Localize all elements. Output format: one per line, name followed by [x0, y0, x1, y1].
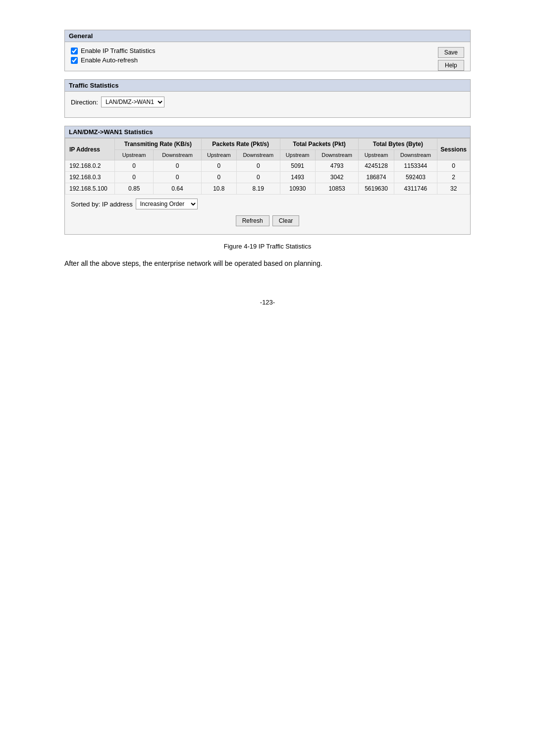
general-section: General Enable IP Traffic Statistics Ena… [64, 30, 471, 71]
traffic-statistics-section: Traffic Statistics Direction: LAN/DMZ->W… [64, 79, 471, 118]
page-content: General Enable IP Traffic Statistics Ena… [64, 30, 471, 306]
enable-ip-traffic-label: Enable IP Traffic Statistics [81, 47, 156, 54]
stats-body: IP Address Transmiting Rate (KB/s) Packe… [65, 138, 470, 234]
pkt-downstream: Downstream [236, 150, 280, 160]
cell-pkt-down: 0 [236, 160, 280, 172]
trans-upstream: Upstream [115, 150, 154, 160]
direction-row: Direction: LAN/DMZ->WAN1 WAN1->LAN/DMZ [71, 97, 464, 107]
cell-trans-up: 0 [115, 160, 154, 172]
enable-ip-traffic-checkbox[interactable] [71, 48, 78, 54]
stats-section: LAN/DMZ->WAN1 Statistics IP Address Tran… [64, 126, 471, 235]
cell-sessions: 2 [437, 172, 470, 183]
cell-pkt-down: 8.19 [236, 183, 280, 195]
cell-trans-down: 0 [154, 160, 201, 172]
side-buttons: Save Help [438, 47, 464, 71]
cell-ip: 192.168.5.100 [65, 183, 115, 195]
table-row: 192.168.0.2 0 0 0 0 5091 4793 4245128 11… [65, 160, 470, 172]
totalbytes-downstream: Downstream [394, 150, 437, 160]
col-header-ip: IP Address [65, 139, 115, 160]
checkbox-row-2: Enable Auto-refresh [71, 56, 464, 64]
traffic-statistics-header: Traffic Statistics [65, 80, 470, 92]
action-buttons: Refresh Clear [65, 213, 470, 229]
table-row: 192.168.5.100 0.85 0.64 10.8 8.19 10930 … [65, 183, 470, 195]
refresh-button[interactable]: Refresh [236, 215, 269, 226]
clear-button[interactable]: Clear [272, 215, 300, 226]
cell-ip: 192.168.0.3 [65, 172, 115, 183]
stats-header: LAN/DMZ->WAN1 Statistics [65, 126, 470, 138]
cell-total-pkt-up: 5091 [280, 160, 315, 172]
col-header-total-bytes: Total Bytes (Byte) [359, 139, 437, 150]
direction-label: Direction: [71, 99, 98, 106]
cell-total-bytes-up: 5619630 [359, 183, 394, 195]
general-body: Enable IP Traffic Statistics Enable Auto… [65, 42, 470, 71]
cell-total-bytes-down: 592403 [394, 172, 437, 183]
help-button[interactable]: Help [438, 60, 464, 71]
cell-total-bytes-up: 186874 [359, 172, 394, 183]
table-row: 192.168.0.3 0 0 0 0 1493 3042 186874 592… [65, 172, 470, 183]
direction-select[interactable]: LAN/DMZ->WAN1 WAN1->LAN/DMZ [101, 97, 164, 107]
totalpkt-downstream: Downstream [315, 150, 359, 160]
save-button[interactable]: Save [438, 47, 464, 58]
cell-pkt-up: 10.8 [201, 183, 236, 195]
cell-trans-up: 0 [115, 172, 154, 183]
col-header-trans-rate: Transmiting Rate (KB/s) [115, 139, 202, 150]
cell-trans-down: 0 [154, 172, 201, 183]
cell-total-bytes-down: 1153344 [394, 160, 437, 172]
enable-auto-refresh-label: Enable Auto-refresh [81, 56, 138, 64]
totalpkt-upstream: Upstream [280, 150, 315, 160]
traffic-statistics-body: Direction: LAN/DMZ->WAN1 WAN1->LAN/DMZ [65, 92, 470, 117]
cell-trans-up: 0.85 [115, 183, 154, 195]
cell-total-pkt-up: 1493 [280, 172, 315, 183]
totalbytes-upstream: Upstream [359, 150, 394, 160]
cell-total-pkt-down: 4793 [315, 160, 359, 172]
col-header-total-pkt: Total Packets (Pkt) [280, 139, 359, 150]
cell-total-pkt-up: 10930 [280, 183, 315, 195]
body-text: After all the above steps, the enterpris… [64, 258, 471, 269]
general-header: General [65, 30, 470, 42]
cell-trans-down: 0.64 [154, 183, 201, 195]
cell-pkt-down: 0 [236, 172, 280, 183]
figure-caption: Figure 4-19 IP Traffic Statistics [64, 243, 471, 250]
cell-total-bytes-up: 4245128 [359, 160, 394, 172]
cell-total-bytes-down: 4311746 [394, 183, 437, 195]
stats-table: IP Address Transmiting Rate (KB/s) Packe… [65, 138, 470, 195]
checkbox-row-1: Enable IP Traffic Statistics [71, 47, 464, 54]
sort-order-select[interactable]: Increasing Order Decreasing Order [136, 199, 198, 209]
cell-total-pkt-down: 10853 [315, 183, 359, 195]
cell-total-pkt-down: 3042 [315, 172, 359, 183]
cell-sessions: 32 [437, 183, 470, 195]
col-header-pkt-rate: Packets Rate (Pkt/s) [201, 139, 280, 150]
page-number: -123- [64, 279, 471, 306]
cell-pkt-up: 0 [201, 160, 236, 172]
trans-downstream: Downstream [154, 150, 201, 160]
pkt-upstream: Upstream [201, 150, 236, 160]
sorted-by-label: Sorted by: IP address [71, 201, 133, 208]
cell-pkt-up: 0 [201, 172, 236, 183]
cell-ip: 192.168.0.2 [65, 160, 115, 172]
cell-sessions: 0 [437, 160, 470, 172]
enable-auto-refresh-checkbox[interactable] [71, 57, 78, 64]
sorted-row: Sorted by: IP address Increasing Order D… [65, 195, 470, 213]
col-header-sessions: Sessions [437, 139, 470, 160]
